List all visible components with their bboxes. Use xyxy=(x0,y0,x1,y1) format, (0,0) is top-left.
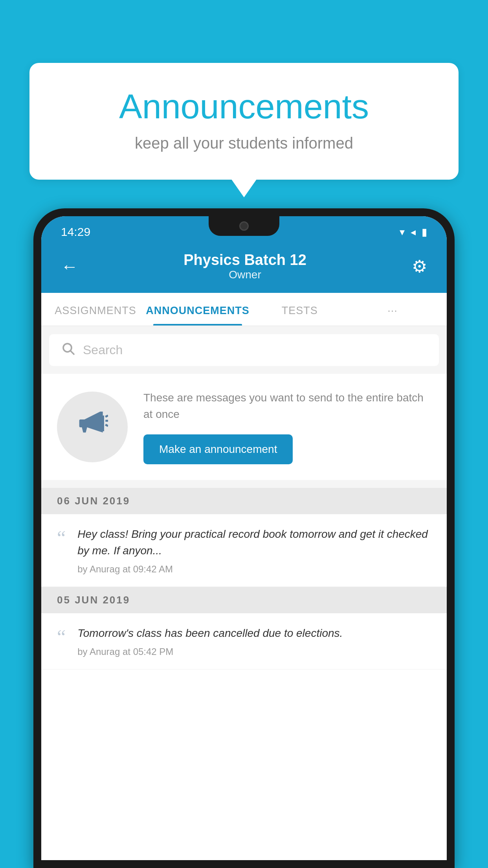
signal-icon: ◂ xyxy=(411,226,416,238)
date-separator-2: 05 JUN 2019 xyxy=(41,587,447,613)
tab-more[interactable]: ··· xyxy=(346,293,439,326)
settings-icon[interactable]: ⚙ xyxy=(412,256,427,276)
battery-icon: ▮ xyxy=(422,226,427,238)
announcement-meta-1: by Anurag at 09:42 AM xyxy=(77,564,431,575)
phone-frame: 14:29 ▾ ◂ ▮ ← Physics Batch 12 Owner ⚙ A… xyxy=(33,208,455,868)
announcement-prompt: These are messages you want to send to t… xyxy=(41,374,447,480)
back-button[interactable]: ← xyxy=(61,257,78,276)
camera-dot xyxy=(239,221,249,231)
search-bar[interactable]: Search xyxy=(49,334,439,366)
tab-announcements[interactable]: ANNOUNCEMENTS xyxy=(142,293,253,326)
svg-line-2 xyxy=(105,416,108,417)
bubble-subtitle: keep all your students informed xyxy=(61,134,427,152)
announcement-item-2[interactable]: “ Tomorrow's class has been cancelled du… xyxy=(41,613,447,669)
bubble-title: Announcements xyxy=(61,86,427,127)
app-header: ← Physics Batch 12 Owner ⚙ xyxy=(41,244,447,293)
search-placeholder: Search xyxy=(83,343,123,357)
announcement-content-2: Tomorrow's class has been cancelled due … xyxy=(77,625,431,657)
tab-assignments[interactable]: ASSIGNMENTS xyxy=(49,293,142,326)
quote-icon-2: “ xyxy=(57,627,66,647)
header-title-group: Physics Batch 12 Owner xyxy=(183,252,306,281)
phone-inner: 14:29 ▾ ◂ ▮ ← Physics Batch 12 Owner ⚙ A… xyxy=(41,216,447,860)
search-icon xyxy=(61,341,75,359)
svg-line-1 xyxy=(71,351,74,354)
header-title: Physics Batch 12 xyxy=(183,252,306,268)
announcement-content-1: Hey class! Bring your practical record b… xyxy=(77,526,431,575)
announcement-text-1: Hey class! Bring your practical record b… xyxy=(77,526,431,559)
speech-bubble-container: Announcements keep all your students inf… xyxy=(29,63,459,180)
status-time: 14:29 xyxy=(61,225,90,239)
prompt-description: These are messages you want to send to t… xyxy=(143,390,431,423)
make-announcement-button[interactable]: Make an announcement xyxy=(143,434,293,464)
date-separator-1: 06 JUN 2019 xyxy=(41,488,447,514)
tabs-bar: ASSIGNMENTS ANNOUNCEMENTS TESTS ··· xyxy=(41,293,447,326)
announcement-meta-2: by Anurag at 05:42 PM xyxy=(77,646,431,657)
speech-bubble: Announcements keep all your students inf… xyxy=(29,63,459,180)
megaphone-circle xyxy=(57,392,128,462)
content-area: Search These are m xyxy=(41,326,447,669)
announcement-item-1[interactable]: “ Hey class! Bring your practical record… xyxy=(41,514,447,587)
tab-tests[interactable]: TESTS xyxy=(253,293,346,326)
megaphone-icon xyxy=(77,408,108,447)
svg-line-4 xyxy=(105,425,108,426)
wifi-icon: ▾ xyxy=(400,226,405,238)
prompt-right: These are messages you want to send to t… xyxy=(143,390,431,464)
status-icons: ▾ ◂ ▮ xyxy=(400,226,427,238)
phone-notch xyxy=(209,216,279,236)
header-subtitle: Owner xyxy=(183,268,306,281)
quote-icon-1: “ xyxy=(57,528,66,548)
announcement-text-2: Tomorrow's class has been cancelled due … xyxy=(77,625,431,642)
